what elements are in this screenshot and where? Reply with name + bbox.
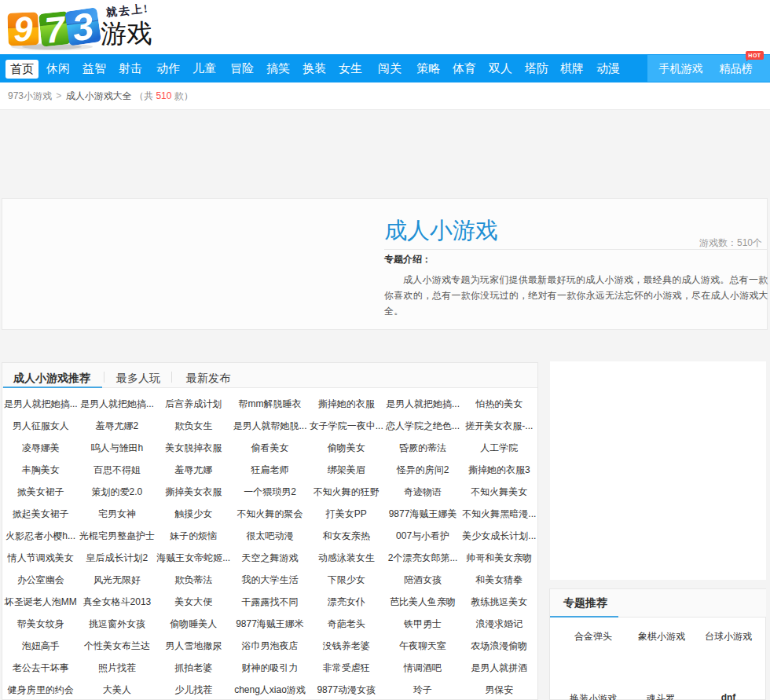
svg-text:9: 9 (13, 9, 34, 49)
